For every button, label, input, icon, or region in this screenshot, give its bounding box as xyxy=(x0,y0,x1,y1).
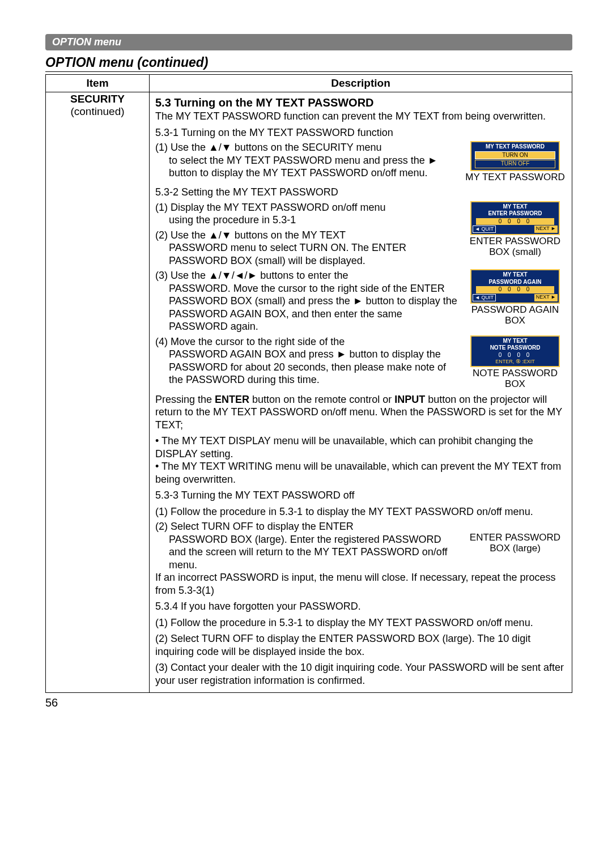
para-enter: Pressing the ENTER button on the remote … xyxy=(155,393,566,432)
osd2-next: NEXT ► xyxy=(534,225,558,233)
s532-3b: PASSWORD. Move the cursor to the right s… xyxy=(155,282,460,333)
s533-2c: If an incorrect PASSWORD is input, the m… xyxy=(155,571,566,597)
s532-4b: PASSWORD AGAIN BOX and press ► button to… xyxy=(155,348,460,386)
fig1-caption: MY TEXT PASSWORD xyxy=(464,172,566,183)
main-table: Item Description SECURITY (continued) 5.… xyxy=(45,74,572,693)
osd4-sub: NOTE PASSWORD xyxy=(473,344,558,352)
s533-1: (1) Follow the procedure in 5.3-1 to dis… xyxy=(155,506,533,517)
section-title: OPTION menu (continued) xyxy=(45,55,572,72)
osd2-quit: ◄ QUIT xyxy=(473,225,496,233)
osd3-next: NEXT ► xyxy=(534,294,558,301)
s532-2b: PASSWORD menu to select TURN ON. The ENT… xyxy=(155,241,460,267)
s531-heading: 5.3-1 Turning on the MY TEXT PASSWORD fu… xyxy=(155,126,566,139)
item-cell: SECURITY (continued) xyxy=(46,92,150,693)
fig4-caption: NOTE PASSWORD BOX xyxy=(464,368,566,389)
osd-fig-1: MY TEXT PASSWORD TURN ON TURN OFF xyxy=(470,141,560,171)
osd2-digits: 0 0 0 0 xyxy=(476,218,554,225)
osd-fig-2: MY TEXT ENTER PASSWORD 0 0 0 0 ◄ QUIT NE… xyxy=(470,201,560,236)
bullet-1: • The MY TEXT DISPLAY menu will be unava… xyxy=(155,435,566,460)
osd4-title: MY TEXT xyxy=(473,338,558,345)
s532-heading: 5.3-2 Setting the MY TEXT PASSWORD xyxy=(155,186,566,199)
osd-fig-3: MY TEXT PASSWORD AGAIN 0 0 0 0 ◄ QUIT NE… xyxy=(470,269,560,304)
fig3-caption: PASSWORD AGAIN BOX xyxy=(464,305,566,326)
menu-banner: OPTION menu xyxy=(45,34,572,50)
desc-title: 5.3 Turning on the MY TEXT PASSWORD xyxy=(155,96,374,109)
item-name: SECURITY xyxy=(70,93,125,105)
s532-2a: (2) Use the ▲/▼ buttons on the MY TEXT xyxy=(155,229,346,241)
osd-title: MY TEXT PASSWORD xyxy=(473,143,558,151)
osd2-sub: ENTER PASSWORD xyxy=(473,210,558,218)
osd-turn-on: TURN ON xyxy=(475,151,555,160)
fig2-caption: ENTER PASSWORD BOX (small) xyxy=(464,236,566,257)
osd4-exit: ENTER, ⦿ :EXIT xyxy=(473,359,558,365)
s531-1a: (1) Use the ▲/▼ buttons on the SECURITY … xyxy=(155,142,381,153)
fig5-caption: ENTER PASSWORD BOX (large) xyxy=(464,533,566,554)
osd3-title: MY TEXT xyxy=(473,271,558,279)
s533-2a: (2) Select TURN OFF to display the ENTER xyxy=(155,521,354,532)
osd3-sub: PASSWORD AGAIN xyxy=(473,279,558,286)
s534-heading: 5.3.4 If you have forgotten your PASSWOR… xyxy=(155,600,566,613)
s532-4a: (4) Move the cursor to the right side of… xyxy=(155,336,345,347)
s531-1b: to select the MY TEXT PASSWORD menu and … xyxy=(155,154,460,180)
s534-1: (1) Follow the procedure in 5.3-1 to dis… xyxy=(155,616,566,629)
s533-2b: PASSWORD BOX (large). Enter the register… xyxy=(155,533,460,572)
header-desc: Description xyxy=(150,75,572,92)
s533-heading: 5.3-3 Turning the MY TEXT PASSWORD off xyxy=(155,489,566,502)
page-number: 56 xyxy=(45,696,572,709)
s532-3a: (3) Use the ▲/▼/◄/► buttons to enter the xyxy=(155,270,348,281)
s532-1a: (1) Display the MY TEXT PASSWORD on/off … xyxy=(155,202,386,213)
bullet-2: • The MY TEXT WRITING menu will be unava… xyxy=(155,460,566,486)
osd-turn-off: TURN OFF xyxy=(475,160,555,168)
osd3-quit: ◄ QUIT xyxy=(473,294,496,301)
desc-cell: 5.3 Turning on the MY TEXT PASSWORD The … xyxy=(150,92,572,693)
osd-fig-4: MY TEXT NOTE PASSWORD 0 0 0 0 ENTER, ⦿ :… xyxy=(470,335,560,368)
header-item: Item xyxy=(46,75,150,92)
s532-1b: using the procedure in 5.3-1 xyxy=(155,214,460,227)
s534-2: (2) Select TURN OFF to display the ENTER… xyxy=(155,632,566,658)
osd2-title: MY TEXT xyxy=(473,203,558,211)
osd3-digits: 0 0 0 0 xyxy=(476,286,554,293)
item-cont: (continued) xyxy=(70,105,124,117)
desc-intro: The MY TEXT PASSWORD function can preven… xyxy=(155,110,546,122)
osd4-digits: 0 0 0 0 xyxy=(473,352,558,359)
s534-3: (3) Contact your dealer with the 10 digi… xyxy=(155,661,566,687)
